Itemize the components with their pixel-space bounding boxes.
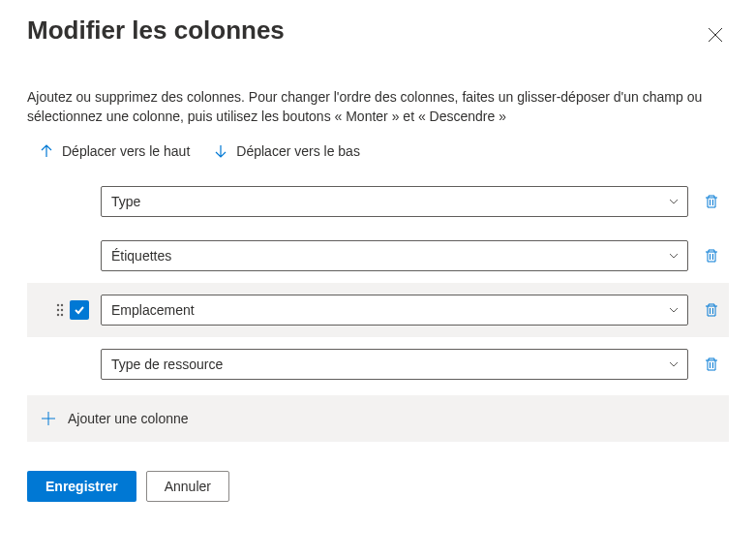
column-select-value: Emplacement — [111, 302, 195, 318]
save-button[interactable]: Enregistrer — [27, 471, 136, 502]
panel-description: Ajoutez ou supprimez des colonnes. Pour … — [27, 87, 729, 126]
delete-column-button[interactable] — [698, 357, 725, 372]
column-row: Emplacement — [27, 283, 729, 337]
column-select-value: Type — [111, 194, 140, 209]
delete-column-button[interactable] — [698, 248, 725, 264]
move-down-label: Déplacer vers le bas — [236, 143, 360, 159]
trash-icon — [704, 302, 719, 318]
move-up-button[interactable]: Déplacer vers le haut — [39, 143, 190, 159]
column-select[interactable]: Étiquettes — [101, 240, 688, 271]
move-up-label: Déplacer vers le haut — [62, 143, 190, 159]
svg-point-1 — [61, 304, 63, 306]
column-select-value: Type de ressource — [111, 357, 223, 372]
add-column-button[interactable]: Ajouter une colonne — [27, 395, 729, 442]
chevron-down-icon — [668, 358, 680, 370]
drag-handle-icon[interactable] — [56, 303, 64, 317]
close-icon — [708, 27, 723, 43]
delete-column-button[interactable] — [698, 194, 725, 209]
column-row: Type — [27, 174, 729, 229]
column-select[interactable]: Type — [101, 186, 688, 217]
svg-point-4 — [57, 314, 59, 316]
chevron-down-icon — [668, 250, 680, 262]
trash-icon — [704, 357, 719, 372]
svg-point-5 — [61, 314, 63, 316]
row-checkbox[interactable] — [70, 300, 89, 320]
add-column-label: Ajouter une colonne — [68, 411, 189, 426]
column-select-value: Étiquettes — [111, 248, 171, 264]
delete-column-button[interactable] — [698, 302, 725, 318]
column-row: Étiquettes — [27, 229, 729, 283]
trash-icon — [704, 248, 719, 264]
svg-point-2 — [57, 309, 59, 311]
column-select[interactable]: Type de ressource — [101, 349, 688, 380]
column-row: Type de ressource — [27, 337, 729, 391]
check-icon — [73, 303, 86, 317]
panel-footer: Enregistrer Annuler — [27, 471, 729, 502]
column-select[interactable]: Emplacement — [101, 295, 688, 326]
chevron-down-icon — [668, 196, 680, 207]
arrow-down-icon — [213, 143, 228, 159]
panel-title: Modifier les colonnes — [27, 16, 285, 46]
panel-header: Modifier les colonnes — [27, 16, 729, 48]
arrow-up-icon — [39, 143, 54, 159]
cancel-button[interactable]: Annuler — [146, 471, 229, 502]
move-toolbar: Déplacer vers le haut Déplacer vers le b… — [27, 140, 729, 174]
edit-columns-panel: Modifier les colonnes Ajoutez ou supprim… — [0, 0, 756, 502]
svg-point-3 — [61, 309, 63, 311]
row-handle-area — [27, 300, 91, 320]
trash-icon — [704, 194, 719, 209]
close-button[interactable] — [702, 21, 729, 48]
columns-list: Type Étiquettes — [27, 174, 729, 391]
svg-point-0 — [57, 304, 59, 306]
chevron-down-icon — [668, 304, 680, 316]
move-down-button[interactable]: Déplacer vers le bas — [213, 143, 360, 159]
plus-icon — [41, 411, 56, 426]
